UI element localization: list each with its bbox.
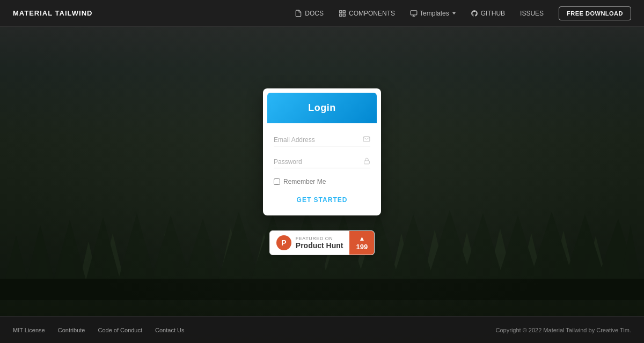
- nav-issues-label: ISSUES: [520, 10, 544, 17]
- footer-link-code-of-conduct[interactable]: Code of Conduct: [98, 327, 142, 333]
- remember-label: Remember Me: [283, 178, 326, 185]
- footer-links: MIT License Contribute Code of Conduct C…: [13, 327, 184, 333]
- brand-logo: MATERIAL TAILWIND: [13, 9, 92, 17]
- email-form-group: [274, 134, 370, 146]
- svg-rect-41: [340, 10, 342, 12]
- nav-docs[interactable]: DOCS: [295, 10, 324, 17]
- nav-components-label: COMPONENTS: [349, 10, 395, 17]
- svg-rect-45: [411, 10, 417, 14]
- navbar: MATERIAL TAILWIND DOCS COMPONENTS: [0, 0, 644, 27]
- remember-checkbox[interactable]: [274, 178, 280, 185]
- nav-links: DOCS COMPONENTS Templates: [295, 6, 631, 20]
- ph-vote-count: 199: [356, 243, 368, 251]
- docs-icon: [295, 10, 302, 17]
- login-title: Login: [278, 102, 366, 114]
- templates-chevron-icon: [452, 12, 456, 14]
- footer: MIT License Contribute Code of Conduct C…: [0, 316, 644, 343]
- product-hunt-badge[interactable]: P FEATURED ON Product Hunt ▲ 199: [269, 230, 375, 255]
- main-content: Login: [0, 27, 644, 316]
- nav-docs-label: DOCS: [305, 10, 324, 17]
- footer-link-mit[interactable]: MIT License: [13, 327, 45, 333]
- footer-link-contact[interactable]: Contact Us: [155, 327, 184, 333]
- svg-rect-42: [343, 10, 345, 12]
- github-icon: [471, 10, 478, 17]
- ph-votes-section: ▲ 199: [349, 231, 374, 255]
- ph-text-group: FEATURED ON Product Hunt: [296, 236, 343, 250]
- svg-rect-43: [343, 14, 345, 16]
- remember-row: Remember Me: [274, 178, 370, 185]
- email-input[interactable]: [274, 134, 370, 146]
- login-body: Remember Me GET STARTED: [263, 123, 381, 215]
- login-card: Login: [263, 88, 381, 215]
- ph-left-section: P FEATURED ON Product Hunt: [270, 231, 350, 255]
- ph-featured-text: FEATURED ON: [296, 236, 343, 241]
- nav-components[interactable]: COMPONENTS: [339, 10, 395, 17]
- password-form-group: [274, 156, 370, 168]
- footer-copyright: Copyright © 2022 Material Tailwind by Cr…: [496, 327, 631, 333]
- free-download-button[interactable]: FREE DOWNLOAD: [559, 6, 631, 20]
- footer-link-contribute[interactable]: Contribute: [58, 327, 85, 333]
- ph-arrow-icon: ▲: [358, 235, 365, 242]
- svg-rect-46: [364, 160, 370, 163]
- email-icon: [363, 135, 370, 144]
- get-started-button[interactable]: GET STARTED: [274, 193, 370, 207]
- templates-icon: [410, 10, 418, 17]
- nav-github[interactable]: GITHUB: [471, 10, 505, 17]
- svg-rect-44: [340, 14, 342, 16]
- lock-icon: [363, 157, 370, 166]
- components-icon: [339, 10, 346, 17]
- password-input[interactable]: [274, 156, 370, 168]
- nav-issues[interactable]: ISSUES: [520, 10, 544, 17]
- nav-github-label: GITHUB: [481, 10, 505, 17]
- login-header: Login: [267, 93, 377, 123]
- ph-name-text: Product Hunt: [296, 241, 343, 250]
- nav-templates-label: Templates: [420, 10, 449, 17]
- nav-templates[interactable]: Templates: [410, 10, 456, 17]
- product-hunt-logo: P: [276, 235, 291, 250]
